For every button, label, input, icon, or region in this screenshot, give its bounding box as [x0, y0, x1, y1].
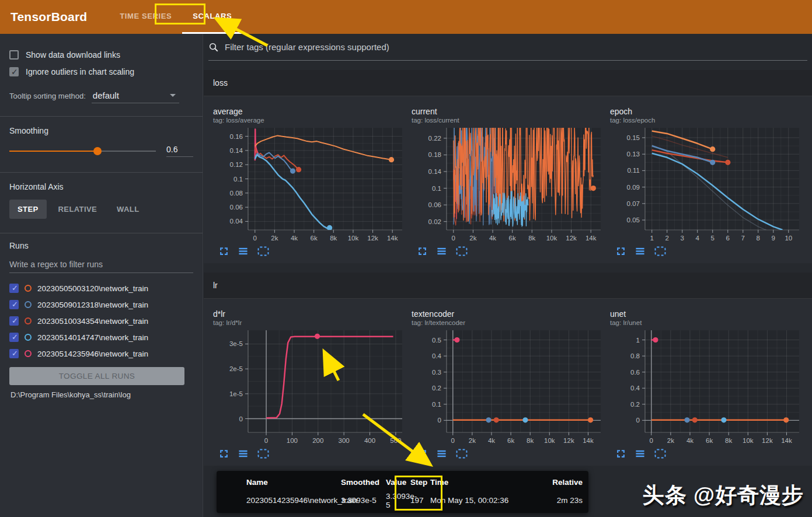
svg-text:0: 0 [452, 235, 455, 242]
chart-plot[interactable]: 010020030040050001e-52e-53e-5 [207, 327, 406, 446]
svg-text:300: 300 [339, 437, 350, 444]
expand-chart-icon[interactable] [219, 449, 229, 459]
tooltip-header-value: Value [378, 478, 410, 487]
tooltip-sorting-value: default [93, 90, 119, 100]
chart-actions [616, 449, 803, 459]
expand-chart-icon[interactable] [219, 246, 229, 256]
expand-chart-icon[interactable] [616, 449, 626, 459]
show-download-links-row[interactable]: Show data download links [9, 50, 203, 60]
axis-step-button[interactable]: STEP [9, 200, 47, 219]
slider-thumb[interactable] [93, 147, 102, 155]
filter-tags-input[interactable]: Filter tags (regular expressions support… [225, 42, 389, 52]
section-header-lr[interactable]: lr [204, 273, 812, 299]
svg-text:12k: 12k [566, 235, 577, 242]
run-name-label: 20230510034354\network_train [37, 317, 148, 326]
smoothing-label: Smoothing [9, 126, 193, 135]
run-selector-icon[interactable] [436, 246, 447, 256]
run-checkbox[interactable] [9, 300, 19, 309]
svg-text:14k: 14k [586, 235, 597, 242]
chart-plot[interactable]: 02k4k6k8k10k12k14k0.040.060.080.10.120.1… [207, 125, 406, 244]
run-row[interactable]: 20230505003120\network_train [9, 280, 203, 296]
axis-wall-button[interactable]: WALL [109, 200, 147, 219]
ignore-outliers-checkbox[interactable] [9, 67, 19, 76]
svg-text:8: 8 [757, 235, 760, 242]
expand-chart-icon[interactable] [417, 449, 427, 459]
expand-chart-icon[interactable] [417, 246, 427, 256]
run-row[interactable]: 20230514014747\network_train [9, 329, 203, 345]
run-selector-icon[interactable] [238, 449, 249, 459]
expand-chart-icon[interactable] [616, 246, 626, 256]
fit-domain-icon[interactable] [257, 449, 269, 459]
svg-text:0.12: 0.12 [230, 161, 243, 168]
svg-text:0.02: 0.02 [428, 218, 441, 225]
svg-text:4: 4 [696, 235, 700, 242]
svg-text:0: 0 [451, 437, 455, 444]
chart-plot[interactable]: 02k4k6k8k10k12k14k0.020.060.10.140.180.2… [406, 125, 604, 244]
run-row[interactable]: 20230510034354\network_train [9, 313, 203, 329]
svg-text:6k: 6k [706, 437, 713, 444]
tab-scalars[interactable]: SCALARS [182, 0, 242, 34]
run-selector-icon[interactable] [635, 246, 646, 256]
svg-text:2k: 2k [469, 437, 476, 444]
run-row[interactable]: 20230509012318\network_train [9, 296, 203, 313]
chart-plot[interactable]: 02k4k6k8k10k12k14k00.10.20.30.40.5 [406, 327, 604, 446]
svg-text:0.09: 0.09 [627, 184, 640, 191]
fit-domain-icon[interactable] [257, 246, 269, 256]
fit-domain-icon[interactable] [654, 449, 666, 459]
chart-tag: tag: lr/textencoder [412, 319, 604, 326]
filter-tags-row[interactable]: Filter tags (regular expressions support… [208, 34, 807, 61]
svg-text:0.22: 0.22 [428, 135, 441, 142]
svg-text:1: 1 [650, 235, 654, 242]
run-row[interactable]: 20230514235946\network_train [9, 345, 203, 362]
svg-text:0.4: 0.4 [630, 385, 640, 392]
run-selector-icon[interactable] [238, 246, 249, 256]
svg-text:1e-5: 1e-5 [229, 390, 243, 397]
tooltip-header-relative: Relative [515, 478, 583, 487]
tooltip-sorting-select[interactable]: default [92, 90, 179, 103]
svg-text:0.16: 0.16 [230, 133, 243, 140]
chart-epoch: epochtag: loss/epoch123456789100.050.070… [604, 99, 803, 256]
tag-section-loss: lossaveragetag: loss/average02k4k6k8k10k… [204, 70, 812, 263]
run-checkbox[interactable] [9, 284, 19, 293]
fit-domain-icon[interactable] [456, 246, 468, 256]
chart-actions [219, 246, 406, 256]
smoothing-slider[interactable] [9, 151, 156, 152]
chart-title: textencoder [412, 309, 604, 319]
svg-text:0.1: 0.1 [432, 185, 441, 192]
svg-text:0.18: 0.18 [428, 151, 441, 158]
show-download-links-checkbox[interactable] [9, 50, 19, 60]
fit-domain-icon[interactable] [456, 449, 468, 459]
chart-tag: tag: loss/average [213, 117, 406, 124]
svg-text:4k: 4k [686, 437, 693, 444]
run-name-label: 20230509012318\network_train [37, 301, 148, 309]
tooltip-step: 197 [410, 496, 430, 505]
toggle-all-runs-button[interactable]: TOGGLE ALL RUNS [9, 367, 184, 385]
runs-list: 20230505003120\network_train202305090123… [9, 280, 203, 362]
chart-plot[interactable]: 02k4k6k8k10k12k14k00.20.40.60.81 [604, 327, 803, 446]
app-title: TensorBoard [11, 10, 87, 24]
chart-tag: tag: lr/unet [610, 319, 803, 326]
app-header: TensorBoard TIME SERIES SCALARS [0, 0, 812, 34]
svg-text:0.5: 0.5 [432, 337, 441, 344]
run-checkbox[interactable] [9, 316, 19, 326]
svg-text:7: 7 [741, 235, 745, 242]
svg-text:1: 1 [636, 337, 640, 344]
tooltip-run-name: 20230514235946\network_train [246, 496, 341, 505]
chart-average: averagetag: loss/average02k4k6k8k10k12k1… [207, 99, 406, 256]
run-checkbox[interactable] [9, 349, 19, 358]
run-selector-icon[interactable] [635, 449, 646, 459]
section-header-loss[interactable]: loss [204, 70, 812, 96]
svg-text:0.04: 0.04 [230, 218, 243, 225]
tab-time-series[interactable]: TIME SERIES [109, 0, 182, 34]
svg-text:14k: 14k [583, 437, 594, 444]
run-checkbox[interactable] [9, 333, 19, 342]
fit-domain-icon[interactable] [654, 246, 666, 256]
watermark-text: 头条 @好奇漫步 [643, 481, 804, 510]
runs-label: Runs [9, 241, 193, 250]
run-selector-icon[interactable] [436, 449, 447, 459]
chart-plot[interactable]: 123456789100.050.070.090.110.130.15 [604, 125, 803, 244]
axis-relative-button[interactable]: RELATIVE [50, 200, 106, 219]
smoothing-value[interactable]: 0.6 [166, 145, 193, 157]
runs-regex-input[interactable]: Write a regex to filter runs [9, 260, 193, 273]
ignore-outliers-row[interactable]: Ignore outliers in chart scaling [9, 67, 203, 76]
